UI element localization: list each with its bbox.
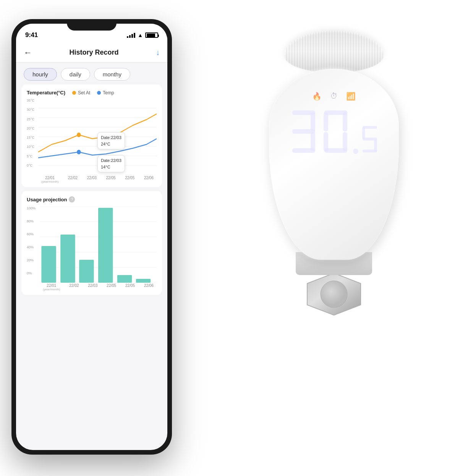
- tab-monthly[interactable]: monthy: [94, 68, 130, 81]
- status-time: 9:41: [25, 31, 38, 39]
- back-button[interactable]: ←: [24, 48, 32, 58]
- phone: 9:41 ▲ ← His: [11, 19, 172, 455]
- svg-rect-26: [362, 127, 365, 139]
- tooltip-blue: Date:22/03 14°C: [97, 155, 125, 172]
- digit-0: [321, 108, 351, 154]
- download-button[interactable]: ↓: [156, 48, 160, 57]
- bar-5: [136, 279, 151, 283]
- x-label-3: 22/05: [106, 176, 115, 183]
- bar-3: [98, 208, 113, 283]
- svg-rect-29: [363, 150, 377, 153]
- x-label-2: 22/03: [87, 176, 97, 183]
- y-axis-labels: 35°C30°C25°C20°C15°C10°C5°C0°C: [27, 99, 38, 167]
- usage-x-label-2: 22/03: [88, 283, 97, 291]
- digit-dot: [353, 148, 359, 154]
- clock-icon: ⏱: [330, 92, 338, 101]
- svg-rect-19: [343, 112, 347, 131]
- signal-icon: [127, 33, 135, 38]
- thermostat-top-knob: [284, 31, 384, 73]
- tooltip-orange-line1: Date:22/03: [101, 134, 121, 141]
- status-icons: ▲: [127, 32, 158, 38]
- knob-ridges: [284, 31, 384, 73]
- svg-point-24: [353, 149, 358, 154]
- thermostat-body: 🔥 ⏱ 📶: [269, 69, 399, 260]
- svg-rect-14: [311, 112, 315, 131]
- tooltip-blue-line1: Date:22/03: [101, 157, 121, 164]
- usage-bar-svg: [40, 206, 157, 283]
- x-axis-labels-usage: 22/01 (year/month) 22/02 22/03 22/05 22/…: [40, 283, 157, 291]
- x-label-0: 22/01 (year/month): [41, 176, 58, 183]
- usage-x-label-4: 22/05: [125, 283, 135, 291]
- usage-x-label-5: 22/06: [144, 283, 154, 291]
- usage-chart-section: Usage projection ? 100%80%60%40%20%0%: [21, 191, 162, 295]
- page-title: History Record: [69, 49, 118, 57]
- x-label-1: 22/02: [68, 176, 78, 183]
- app-header: ← History Record ↓: [16, 43, 167, 63]
- digit-5-small: [360, 124, 379, 154]
- bar-4: [117, 275, 132, 283]
- usage-x-label-0: 22/01 (year/month): [43, 283, 60, 291]
- device-icons-row: 🔥 ⏱ 📶: [312, 92, 356, 101]
- bar-0: [41, 246, 56, 283]
- fire-icon: 🔥: [312, 92, 322, 101]
- tooltip-orange: Date:22/03 24°C: [97, 132, 125, 149]
- hex-svg: [300, 271, 368, 317]
- x-axis-labels-temp: 22/01 (year/month) 22/02 22/03 22/05 22/…: [38, 175, 157, 183]
- x-label-5: 22/06: [144, 176, 154, 183]
- usage-title-row: Usage projection ?: [27, 196, 157, 202]
- wifi-icon: ▲: [138, 32, 143, 38]
- bar-2: [79, 260, 94, 283]
- legend-dot-blue: [97, 91, 101, 95]
- tooltip-orange-line2: 24°C: [101, 141, 121, 147]
- svg-point-31: [321, 281, 347, 308]
- legend-temp: Temp: [97, 90, 114, 96]
- notch: [67, 19, 117, 31]
- thermostat-device: 🔥 ⏱ 📶: [231, 31, 437, 443]
- phone-screen: 9:41 ▲ ← His: [16, 24, 167, 450]
- legend-dot-orange: [72, 91, 76, 95]
- usage-x-label-3: 22/05: [107, 283, 116, 291]
- battery-icon: [145, 32, 158, 38]
- tooltip-blue-line2: 14°C: [101, 164, 121, 170]
- wifi-device-icon: 📶: [346, 92, 356, 101]
- svg-rect-23: [324, 148, 347, 153]
- temperature-chart-area: 35°C30°C25°C20°C15°C10°C5°C0°C: [27, 99, 157, 175]
- blue-data-point: [77, 150, 81, 154]
- chart-title: Temperature(°C): [27, 90, 65, 96]
- temperature-chart-section: Temperature(°C) Set At Temp 35°C30°C25°C…: [21, 84, 162, 187]
- scene: 9:41 ▲ ← His: [0, 0, 460, 476]
- tab-hourly[interactable]: hourly: [24, 68, 57, 81]
- y-axis-labels-usage: 100%80%60%40%20%0%: [27, 206, 40, 275]
- question-mark-icon[interactable]: ?: [69, 196, 75, 202]
- lcd-display: [288, 108, 379, 160]
- chart-legend: Temperature(°C) Set At Temp: [27, 90, 157, 96]
- digit-3: [288, 108, 319, 154]
- tabs-row: hourly daily monthy: [16, 63, 167, 84]
- x-label-4: 22/05: [125, 176, 134, 183]
- tab-daily[interactable]: daily: [61, 68, 90, 81]
- legend-set-at: Set At: [72, 90, 90, 96]
- usage-x-label-1: 22/02: [69, 283, 79, 291]
- bar-chart-area: 100%80%60%40%20%0%: [27, 206, 157, 283]
- usage-title: Usage projection: [27, 197, 67, 202]
- svg-rect-17: [292, 148, 315, 153]
- legend-temp-label: Temp: [103, 90, 114, 96]
- svg-rect-20: [324, 112, 328, 131]
- thermostat-hex-base: [300, 271, 368, 317]
- bar-1: [60, 235, 75, 283]
- legend-set-at-label: Set At: [78, 90, 90, 96]
- orange-data-point: [77, 133, 81, 137]
